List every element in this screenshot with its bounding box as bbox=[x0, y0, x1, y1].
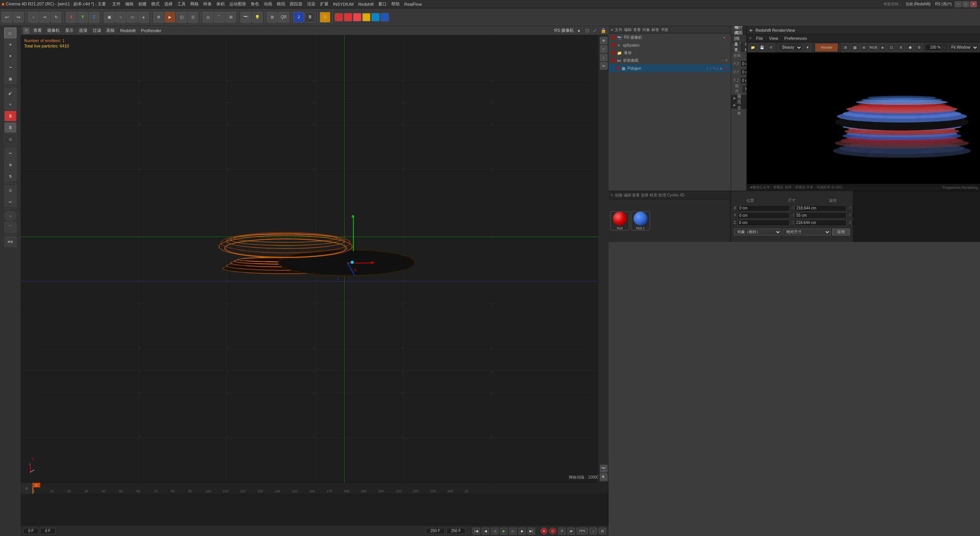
scene-tab-edit[interactable]: 编辑 bbox=[624, 27, 632, 33]
toolbar-s-btn[interactable]: S bbox=[320, 12, 330, 23]
menu-render[interactable]: 渲染 bbox=[305, 0, 318, 8]
tool-s3[interactable]: ◎ bbox=[4, 134, 16, 144]
scene-tab-view[interactable]: 文件 bbox=[615, 27, 622, 33]
rs-prefs-menu[interactable]: Preferences bbox=[783, 36, 808, 41]
toolbar-render-settings-btn[interactable]: ⚙ bbox=[153, 12, 164, 23]
scene-tab-objects[interactable]: 对象 bbox=[642, 27, 650, 33]
rs-channels-btn[interactable]: ⊕ bbox=[860, 43, 868, 52]
toolbar-qr-btn[interactable]: QR bbox=[278, 12, 289, 23]
coord-mode-select[interactable]: 对象（相对） bbox=[734, 229, 782, 235]
prop-tab-coord[interactable]: 坐标 bbox=[742, 43, 746, 51]
tool-select[interactable]: ▷ bbox=[4, 28, 16, 38]
toolbar-light-btn[interactable]: 💡 bbox=[252, 12, 263, 23]
vp-menu-redshift[interactable]: Redshift bbox=[119, 28, 137, 33]
toolbar-rotate-btn[interactable]: ↻ bbox=[51, 12, 62, 23]
tool-paint[interactable]: 🖌 bbox=[4, 88, 16, 98]
tool-grid2[interactable]: ⊞⊞ bbox=[4, 236, 16, 247]
prop-tab-basic[interactable]: 基本 bbox=[731, 43, 742, 51]
loop-btn[interactable]: ↺ bbox=[558, 528, 566, 534]
y-pos-input[interactable] bbox=[738, 212, 789, 219]
tool-twist[interactable]: ↩ bbox=[4, 196, 16, 207]
toolbar-grid-btn[interactable]: ⊞ bbox=[267, 12, 278, 23]
vp-ctrl-btn4[interactable]: ⇔ bbox=[600, 62, 608, 70]
toolbar-sphere-btn[interactable]: ○ bbox=[115, 12, 126, 23]
scene-item-camera[interactable]: 📷 RS 摄像机 ● ● bbox=[609, 34, 731, 41]
toolbar-cyan-btn[interactable] bbox=[371, 13, 380, 21]
rs-beauty-select[interactable]: Beauty bbox=[779, 44, 802, 51]
toolbar-plane-btn[interactable]: ▭ bbox=[127, 12, 137, 23]
tool-point[interactable]: ● bbox=[4, 51, 16, 61]
scene-tab-tags[interactable]: 标签 bbox=[652, 27, 659, 33]
apply-button[interactable]: 应用 bbox=[832, 229, 850, 235]
vp-fullscreen-icon[interactable]: ⤢ bbox=[593, 28, 597, 33]
size-mode-select[interactable]: 绝对尺寸 bbox=[783, 229, 831, 235]
window-close-btn[interactable]: ✕ bbox=[970, 1, 977, 7]
menu-tools[interactable]: 工具 bbox=[175, 0, 188, 8]
tool-magnet[interactable]: ⊙ bbox=[4, 185, 16, 196]
toolbar-z-axis-btn[interactable]: Z bbox=[89, 12, 100, 23]
toolbar-x-axis-btn[interactable]: X bbox=[66, 12, 77, 23]
auto-key-btn[interactable]: ⊙ bbox=[549, 528, 557, 534]
timeline-settings-btn[interactable]: ⊟ bbox=[599, 528, 606, 534]
scene-item-mesh[interactable]: ⋈ 折射曲面 ✓ ☰ bbox=[609, 57, 731, 64]
scene-item-backup[interactable]: 📁 备份 bbox=[609, 49, 731, 57]
menu-redshift[interactable]: Redshift bbox=[356, 0, 376, 8]
rs-grid-btn[interactable]: ⊞ bbox=[841, 43, 850, 52]
current-frame-input[interactable] bbox=[40, 528, 56, 534]
vp-menu-panel[interactable]: 面板 bbox=[105, 28, 116, 33]
next-key-btn[interactable]: ▷ bbox=[509, 528, 517, 534]
vp-ctrl-zoom[interactable]: 🔍 bbox=[600, 473, 608, 481]
toolbar-nurbs-btn[interactable]: ◎ bbox=[203, 12, 213, 23]
rs-region-btn[interactable]: ⊡ bbox=[887, 43, 896, 52]
toolbar-render-view-btn[interactable]: ◫ bbox=[176, 12, 187, 23]
toolbar-red2-btn[interactable] bbox=[344, 13, 352, 21]
vp-ctrl-btn3[interactable]: ↕ bbox=[600, 54, 608, 61]
toolbar-move-btn[interactable]: ↕ bbox=[28, 12, 39, 23]
rs-stop-btn[interactable]: ⏹ bbox=[906, 43, 914, 52]
toolbar-scale-btn[interactable]: ⇔ bbox=[39, 12, 50, 23]
menu-select[interactable]: 选择 bbox=[162, 0, 175, 8]
start-frame-input[interactable] bbox=[23, 528, 39, 534]
material-mat[interactable]: Mat bbox=[610, 211, 629, 230]
scene-item-polygon[interactable]: ▦ Polygon ✓ ✓ ✕ △ ▲ ■ ■ bbox=[609, 64, 731, 72]
menu-mesh[interactable]: 网格 bbox=[188, 0, 201, 8]
tool-poly[interactable]: ▦ bbox=[4, 74, 16, 84]
viewport-3d[interactable]: Number of emitters: 1 Total live particl… bbox=[21, 35, 609, 482]
prev-key-btn[interactable]: ◁ bbox=[491, 528, 498, 534]
tool-s1[interactable]: S bbox=[4, 111, 16, 121]
rs-dropdown-arrow[interactable]: ▼ bbox=[803, 43, 812, 52]
menu-edit[interactable]: 编辑 bbox=[123, 0, 136, 8]
toolbar-blue-btn[interactable] bbox=[381, 13, 389, 21]
toolbar-yellow-btn[interactable] bbox=[362, 13, 371, 21]
toolbar-redo-btn[interactable]: ↪ bbox=[13, 12, 24, 23]
rs-save-btn[interactable]: 💾 bbox=[758, 43, 766, 52]
toolbar-red1-btn[interactable] bbox=[335, 13, 343, 21]
vp-ctrl-cam[interactable]: 📷 bbox=[600, 465, 608, 472]
scene-tab-view2[interactable]: 查看 bbox=[633, 27, 641, 33]
rs-lut-btn[interactable]: ◈ bbox=[878, 43, 887, 52]
vp-menu-options[interactable]: 选项 bbox=[77, 28, 89, 33]
total-frames-input[interactable] bbox=[446, 528, 466, 534]
bounce-btn[interactable]: ⇄ bbox=[567, 528, 575, 534]
vp-menu-filter[interactable]: 过滤 bbox=[91, 28, 103, 33]
rs-view-menu[interactable]: View bbox=[768, 36, 780, 41]
menu-mograph[interactable]: 运动图形 bbox=[227, 0, 248, 8]
menu-mode[interactable]: 模式 bbox=[149, 0, 162, 8]
tool-s2[interactable]: S bbox=[4, 122, 16, 133]
toolbar-render-region-btn[interactable]: ⊡ bbox=[188, 12, 198, 23]
toolbar-cube-btn[interactable]: ▣ bbox=[104, 12, 114, 23]
rs-checkerboard-btn[interactable]: ▦ bbox=[851, 43, 859, 52]
rs-file-menu[interactable]: File bbox=[755, 36, 764, 41]
go-end-btn[interactable]: ▶| bbox=[528, 528, 535, 534]
vp-resize-icon[interactable]: ⊡ bbox=[585, 28, 589, 33]
go-start-btn[interactable]: |◀ bbox=[472, 528, 480, 534]
menu-help[interactable]: 帮助 bbox=[389, 0, 402, 8]
fps-btn[interactable]: FPS bbox=[577, 528, 588, 534]
vp-menu-camera[interactable]: 摄像机 bbox=[46, 28, 61, 33]
tool-move[interactable]: ✛ bbox=[4, 39, 16, 50]
menu-create[interactable]: 创建 bbox=[136, 0, 149, 8]
pz-input[interactable] bbox=[740, 77, 746, 83]
material-mat1[interactable]: Mat.1 bbox=[631, 211, 650, 230]
tool-edge[interactable]: ━ bbox=[4, 62, 16, 73]
window-maximize-btn[interactable]: □ bbox=[962, 1, 969, 7]
